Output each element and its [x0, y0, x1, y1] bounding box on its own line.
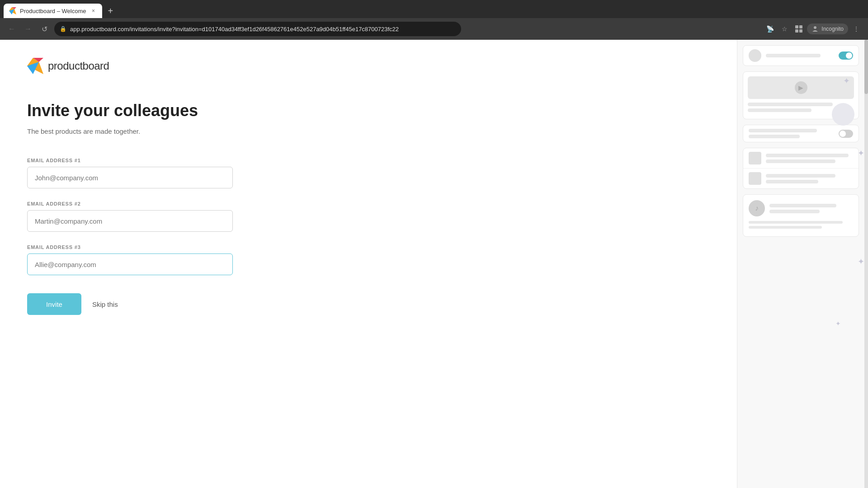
bubble-decoration	[832, 103, 854, 126]
productboard-logo-icon	[27, 58, 43, 74]
address-bar[interactable]: 🔒 app.productboard.com/invitations/invit…	[54, 22, 461, 36]
deco-avatar-4b	[749, 172, 761, 185]
email-input-3[interactable]	[27, 253, 233, 275]
browser-chrome: Productboard – Welcome × + ← → ↺ 🔒 app.p…	[0, 0, 868, 40]
email-input-2[interactable]	[27, 210, 233, 232]
new-tab-button[interactable]: +	[104, 5, 117, 17]
deco-avatar-5: ♪	[749, 200, 765, 216]
scrollbar[interactable]	[864, 40, 868, 488]
deco-row-4a	[743, 148, 859, 169]
logo-container: productboard	[27, 58, 493, 74]
toolbar-actions: 📡 ☆ Incognito ⋮	[764, 23, 863, 35]
deco-toggle-1	[839, 52, 853, 60]
deco-card-4	[743, 148, 859, 189]
page-inner: productboard Invite your colleagues The …	[0, 40, 520, 333]
actions-row: Invite Skip this	[27, 293, 493, 315]
deco-lines-4a	[766, 154, 853, 163]
deco-wide-line-2	[748, 108, 811, 112]
deco-line-3a	[749, 129, 817, 132]
svg-rect-5	[795, 29, 798, 33]
deco-card-5: ♪	[743, 194, 859, 237]
url-text: app.productboard.com/invitations/invite?…	[70, 26, 399, 33]
lock-icon: 🔒	[60, 26, 66, 32]
deco-row-4b	[743, 169, 859, 188]
logo-text: productboard	[48, 60, 109, 72]
sparkle-icon-3: ✦	[858, 257, 864, 267]
deco-card-1	[743, 45, 859, 66]
email-label-1: EMAIL ADDRESS #1	[27, 158, 493, 163]
deco-lines-1	[766, 54, 834, 57]
cast-icon[interactable]: 📡	[764, 23, 776, 35]
tab-close-button[interactable]: ×	[90, 7, 97, 14]
bookmark-icon[interactable]: ☆	[778, 23, 791, 35]
svg-rect-6	[799, 29, 802, 33]
scrollbar-thumb	[864, 40, 868, 94]
active-tab[interactable]: Productboard – Welcome ×	[4, 4, 102, 18]
deco-toggle-3	[839, 130, 853, 138]
deco-line-5a	[769, 204, 836, 207]
deco-avatar-1	[749, 49, 761, 62]
deco-line-3b	[749, 135, 800, 138]
menu-button[interactable]: ⋮	[850, 23, 863, 35]
reload-button[interactable]: ↺	[38, 23, 51, 35]
deco-line-4b	[766, 160, 835, 163]
deco-lines-3	[749, 129, 834, 138]
deco-line	[766, 54, 821, 57]
deco-line-4d	[766, 180, 818, 183]
email-label-2: EMAIL ADDRESS #2	[27, 201, 493, 206]
back-button[interactable]: ←	[5, 23, 18, 35]
deco-card-3	[743, 125, 859, 142]
email-field-3-group: EMAIL ADDRESS #3	[27, 244, 493, 275]
email-label-3: EMAIL ADDRESS #3	[27, 244, 493, 250]
deco-lines-4b	[766, 174, 853, 183]
deco-wide-line-5	[749, 221, 843, 224]
email-input-1[interactable]	[27, 167, 233, 188]
ui-decoration: ▶	[737, 40, 868, 242]
incognito-button[interactable]: Incognito	[807, 23, 848, 34]
email-field-1-group: EMAIL ADDRESS #1	[27, 158, 493, 188]
invite-subtext: The best products are made together.	[27, 127, 493, 135]
deco-line-4c	[766, 174, 835, 178]
tab-bar: Productboard – Welcome × +	[0, 0, 868, 18]
invite-button[interactable]: Invite	[27, 293, 81, 315]
svg-point-7	[814, 26, 816, 29]
svg-rect-3	[795, 25, 798, 28]
tab-favicon	[9, 7, 16, 14]
deco-line-4a	[766, 154, 849, 157]
browser-toolbar: ← → ↺ 🔒 app.productboard.com/invitations…	[0, 18, 868, 40]
tab-title: Productboard – Welcome	[20, 8, 86, 14]
deco-image-placeholder: ▶	[748, 76, 854, 99]
page-content: productboard Invite your colleagues The …	[0, 40, 737, 488]
main-content: productboard Invite your colleagues The …	[0, 40, 868, 488]
logo-area: productboard	[27, 58, 493, 74]
deco-lines-5	[769, 204, 853, 213]
skip-button[interactable]: Skip this	[92, 300, 118, 308]
deco-row-3	[743, 125, 859, 142]
forward-button[interactable]: →	[22, 23, 34, 35]
deco-row-1	[743, 46, 859, 66]
email-field-2-group: EMAIL ADDRESS #2	[27, 201, 493, 232]
deco-avatar-4	[749, 152, 761, 164]
extensions-icon[interactable]	[793, 23, 805, 35]
svg-rect-4	[799, 25, 802, 28]
deco-line-5b	[769, 210, 820, 213]
invite-heading: Invite your colleagues	[27, 101, 493, 120]
deco-wide-line-5b	[749, 226, 822, 229]
right-panel: ✦ ✦ ✦ ✦ ▶	[737, 40, 868, 488]
deco-wide-line-1	[748, 103, 833, 106]
incognito-label: Incognito	[821, 26, 844, 32]
sparkle-icon-4: ✦	[835, 320, 841, 327]
